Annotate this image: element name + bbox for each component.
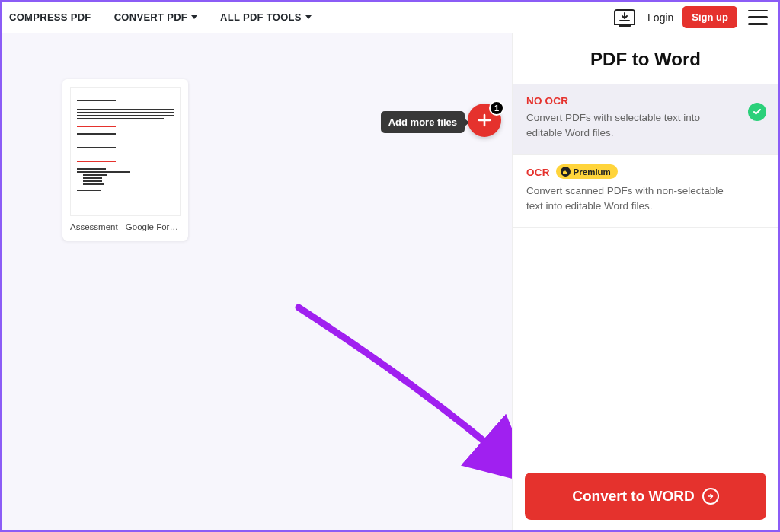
convert-button[interactable]: Convert to WORD bbox=[525, 473, 766, 520]
signup-label: Sign up bbox=[692, 11, 728, 23]
signup-button[interactable]: Sign up bbox=[682, 6, 737, 28]
badge-count: 1 bbox=[494, 104, 499, 113]
add-more-files-tooltip: Add more files bbox=[381, 111, 465, 133]
file-name-label: Assessment - Google Forms.pdf bbox=[70, 222, 181, 231]
plus-icon bbox=[477, 113, 492, 128]
nav-convert-pdf[interactable]: CONVERT PDF bbox=[114, 11, 197, 23]
options-panel: PDF to Word NO OCR Convert PDFs with sel… bbox=[512, 33, 778, 530]
login-link[interactable]: Login bbox=[647, 11, 673, 24]
option-desc: Convert scanned PDFs with non-selectable… bbox=[526, 183, 732, 213]
top-nav: COMPRESS PDF CONVERT PDF ALL PDF TOOLS L… bbox=[2, 2, 778, 33]
nav-compress-label: COMPRESS PDF bbox=[9, 11, 91, 23]
download-desktop-icon[interactable] bbox=[614, 9, 635, 25]
menu-icon[interactable] bbox=[748, 10, 768, 25]
convert-label: Convert to WORD bbox=[572, 488, 694, 505]
option-title: OCR bbox=[526, 167, 550, 178]
premium-badge: Premium bbox=[556, 164, 618, 179]
file-count-badge: 1 bbox=[489, 100, 504, 116]
nav-compress-pdf[interactable]: COMPRESS PDF bbox=[9, 11, 91, 23]
arrow-right-icon bbox=[702, 488, 719, 505]
add-files-button[interactable]: 1 bbox=[468, 104, 501, 137]
nav-convert-label: CONVERT PDF bbox=[114, 11, 187, 23]
nav-alltools-label: ALL PDF TOOLS bbox=[220, 11, 302, 23]
file-drop-area[interactable]: Assessment - Google Forms.pdf Add more f… bbox=[2, 33, 512, 530]
document-thumbnail bbox=[70, 87, 181, 216]
chevron-down-icon bbox=[305, 15, 312, 19]
chevron-down-icon bbox=[191, 15, 197, 19]
premium-label: Premium bbox=[574, 167, 611, 177]
file-card[interactable]: Assessment - Google Forms.pdf bbox=[62, 79, 188, 241]
option-desc: Convert PDFs with selectable text into e… bbox=[526, 110, 732, 140]
panel-title: PDF to Word bbox=[513, 33, 778, 84]
add-more-label: Add more files bbox=[388, 116, 457, 128]
crown-icon bbox=[561, 167, 571, 177]
login-label: Login bbox=[647, 11, 673, 24]
check-icon bbox=[748, 103, 766, 121]
nav-all-pdf-tools[interactable]: ALL PDF TOOLS bbox=[220, 11, 312, 23]
option-ocr[interactable]: OCR Premium Convert scanned PDFs with no… bbox=[513, 155, 778, 228]
option-no-ocr[interactable]: NO OCR Convert PDFs with selectable text… bbox=[513, 84, 778, 155]
option-title: NO OCR bbox=[526, 95, 765, 107]
